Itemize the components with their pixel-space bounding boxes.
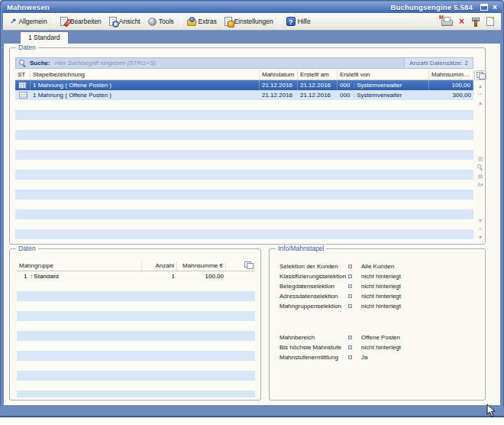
main-table-header: ST Stapelbezeichnung Mahndatum Erstellt … <box>15 70 473 80</box>
separator-icon <box>348 294 352 298</box>
extras-button[interactable]: Extras <box>183 15 221 28</box>
info-row: Adressdatenselektion nicht hinterlegt <box>279 291 485 301</box>
separator-icon <box>348 346 352 349</box>
batch-grid-icon <box>18 82 27 89</box>
mouse-cursor <box>486 404 496 421</box>
search-bar: Suche: Anzahl Datensätze: 2 <box>15 57 473 69</box>
help-icon: ? <box>286 17 296 26</box>
view-magnifier-icon <box>109 17 117 26</box>
einstellungen-button[interactable]: Einstellungen <box>221 15 277 28</box>
toolbar-right-group: M × <box>441 17 498 26</box>
batch-grid-icon <box>19 92 27 99</box>
app-window: Mahnwesen Buchungsengine 5.584 × ↗ Allge… <box>0 0 504 417</box>
mahngruppe-group: Daten Mahngruppe Anzahl Mahnsumme € 1 : … <box>9 248 261 401</box>
insert-icon[interactable]: + <box>479 90 482 99</box>
print-icon[interactable]: M <box>441 17 452 26</box>
separator-icon <box>348 284 352 288</box>
copy-icon <box>244 261 253 268</box>
scroll-down-icon[interactable]: ▼ <box>478 216 483 225</box>
tools-button[interactable]: Tools <box>144 16 178 28</box>
empty-rows <box>17 281 255 397</box>
tab-1-standard[interactable]: 1 Standard <box>20 31 69 44</box>
toolbar-separator <box>53 15 54 28</box>
scroll-up-icon[interactable]: ▲ <box>478 99 483 107</box>
column-header-mahnsumme[interactable]: Mahnsumme € <box>177 261 226 271</box>
record-count: Anzahl Datensätze: 2 <box>404 58 473 68</box>
separator-icon <box>348 304 352 308</box>
table-row[interactable]: 1 : Standard 1 100,00 <box>17 271 255 281</box>
settings-page-icon <box>225 17 232 26</box>
extras-box-icon <box>187 19 196 26</box>
table-row[interactable]: 1 Mahnung ( Offene Posten ) 21.12.2016 2… <box>15 80 473 90</box>
delete-icon[interactable]: × <box>459 17 464 26</box>
window-bottom-border <box>0 407 504 417</box>
content-area: Daten Suche: Anzahl Datensätze: 2 ST Sta… <box>4 44 500 405</box>
search-small-icon[interactable] <box>477 164 483 170</box>
toolbar-separator <box>279 15 280 28</box>
column-header-erstellt-am[interactable]: Erstellt am <box>298 70 338 79</box>
info-row: Mahnstufenermittlung Ja <box>279 352 485 362</box>
info-row: Belegdatenselektion nicht hinterlegt <box>279 281 485 291</box>
main-daten-group: Daten Suche: Anzahl Datensätze: 2 ST Sta… <box>9 47 486 245</box>
engine-version-label: Buchungsengine 5.584 <box>390 3 472 11</box>
column-header-stapelbezeichnung[interactable]: Stapelbezeichnung <box>31 70 260 79</box>
tools-sphere-icon <box>148 18 157 26</box>
bearbeiten-button[interactable]: Bearbeiten <box>57 15 105 28</box>
column-header-mahnsumme[interactable]: Mahnsumme € <box>429 70 473 79</box>
search-input[interactable] <box>55 58 405 68</box>
group-title: Info/Mahnstapel <box>276 245 326 252</box>
new-page-icon[interactable] <box>486 17 494 26</box>
info-mahnstapel-group: Info/Mahnstapel Selektion der Kunden All… <box>269 248 486 401</box>
ansicht-button[interactable]: Ansicht <box>105 15 144 28</box>
column-header-anzahl[interactable]: Anzahl <box>142 261 177 271</box>
columns-icon[interactable]: ▥ <box>478 154 483 163</box>
window-title: Mahnwesen <box>7 3 390 11</box>
info-row: Mahngruppenselektion nicht hinterlegt <box>279 301 485 311</box>
mahngruppe-table-header: Mahngruppe Anzahl Mahnsumme € <box>17 261 255 271</box>
tab-strip: 1 Standard <box>3 31 501 44</box>
empty-rows <box>15 100 473 242</box>
allgemein-button[interactable]: ↗ Allgemein <box>6 16 51 27</box>
info-rows: Selektion der Kunden Alle Kunden Klassif… <box>270 261 485 362</box>
info-row: Mahnbereich Offene Posten <box>279 333 485 342</box>
search-icon[interactable] <box>19 60 27 67</box>
goto-first-icon[interactable]: ▲ <box>478 82 483 90</box>
copy-icon <box>477 72 485 79</box>
separator-icon <box>348 264 352 268</box>
edit-page-icon <box>60 17 68 26</box>
group-title: Daten <box>16 245 38 252</box>
separator-icon <box>348 274 352 278</box>
append-icon[interactable]: + <box>479 225 482 233</box>
separator-icon <box>348 355 352 359</box>
goto-last-icon[interactable]: ▼ <box>478 233 483 242</box>
column-header-mahndatum[interactable]: Mahndatum <box>260 70 298 79</box>
info-row: Klassifizierungsselektion nicht hinterle… <box>279 271 485 281</box>
column-header-st[interactable]: ST <box>15 70 31 79</box>
info-row: Selektion der Kunden Alle Kunden <box>279 261 485 271</box>
column-header-mahngruppe[interactable]: Mahngruppe <box>17 261 142 271</box>
copy-grid-button[interactable] <box>474 70 486 80</box>
toolbar: ↗ Allgemein Bearbeiten Ansicht Tools Ext… <box>3 13 501 31</box>
info-row: Bis höchste Mahnstufe nicht hinterlegt <box>279 342 485 352</box>
table-side-toolbar: ▲ + ▲ ▥ ▤ A▾ ▼ + ▼ <box>474 82 486 242</box>
toolbar-separator <box>180 15 181 28</box>
restore-window-icon[interactable] <box>480 4 488 11</box>
titlebar: Mahnwesen Buchungsengine 5.584 × <box>2 2 502 13</box>
hammer-tool-icon[interactable] <box>471 17 480 26</box>
group-title: Daten <box>16 44 38 51</box>
search-label: Suche: <box>30 60 50 67</box>
arrow-ne-icon: ↗ <box>10 18 16 25</box>
table-row[interactable]: 1 Mahnung ( Offene Posten ) 21.12.2016 2… <box>15 90 473 100</box>
rows-icon[interactable]: ▤ <box>478 172 483 180</box>
copy-grid-button[interactable] <box>226 261 255 271</box>
print-badge: M <box>439 15 444 20</box>
sort-icon[interactable]: A▾ <box>477 180 483 189</box>
hilfe-button[interactable]: ? Hilfe <box>283 15 315 28</box>
close-icon[interactable]: × <box>493 4 497 11</box>
column-header-erstellt-von[interactable]: Erstellt von <box>338 70 429 79</box>
separator-icon <box>348 336 352 339</box>
